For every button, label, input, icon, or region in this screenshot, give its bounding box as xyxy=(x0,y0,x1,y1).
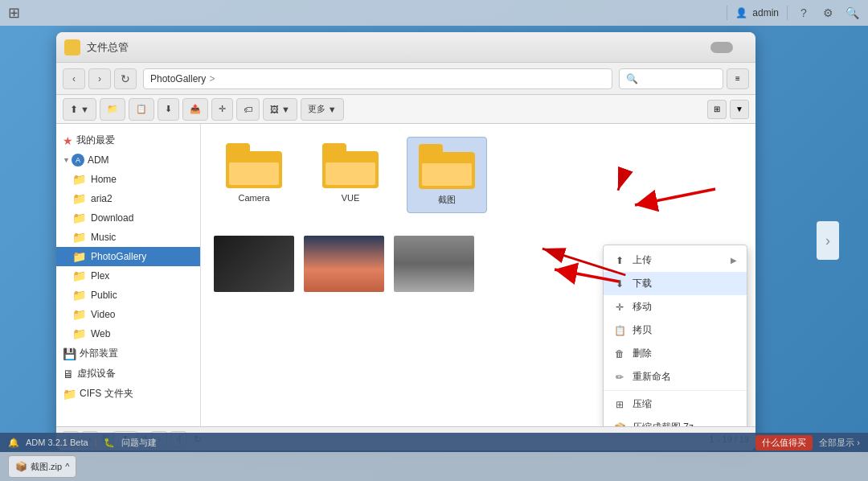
topbar-right: 👤 admin ? ⚙ 🔍 xyxy=(727,5,860,21)
copy-icon: 📋 xyxy=(613,324,626,337)
folder-inner xyxy=(422,163,472,186)
image-button[interactable]: 🖼 ▼ xyxy=(263,98,297,121)
back-button[interactable]: ‹ xyxy=(63,68,85,89)
adm-label: ADM xyxy=(88,154,109,166)
scroll-right-button[interactable]: › xyxy=(817,221,839,260)
ctx-label: 压缩 xyxy=(633,397,652,411)
sidebar-cifs[interactable]: 📁 CIFS 文件夹 xyxy=(56,384,200,404)
ctx-upload[interactable]: ⬆ 上传 ▶ xyxy=(604,249,747,272)
folder-icon-large xyxy=(226,143,282,188)
sidebar-item-plex[interactable]: 📁 Plex xyxy=(56,266,200,286)
star-icon: ★ xyxy=(63,134,73,147)
folder-icon: 📁 xyxy=(72,327,86,340)
action-toolbar: ⬆ ▼ 📁 📋 ⬇ 📤 ✛ 🏷 🖼 ▼ xyxy=(56,95,755,124)
sidebar-item-public[interactable]: 📁 Public xyxy=(56,286,200,305)
adm-status-bar: 🔔 ADM 3.2.1 Beta | 🐛 问题与建 什么值得买 全部显示 › xyxy=(0,433,868,452)
folder-icon: 📁 xyxy=(72,231,86,244)
adm-arrow: ▼ xyxy=(63,156,70,164)
ctx-download[interactable]: ⬇ 下载 xyxy=(604,272,747,295)
sidebar-item-web[interactable]: 📁 Web xyxy=(56,324,200,343)
sidebar-item-photogallery[interactable]: 📁 PhotoGallery xyxy=(56,247,200,266)
folder-vue[interactable]: VUE xyxy=(310,137,391,213)
adm-version-label: ADM 3.2.1 Beta xyxy=(26,438,88,447)
folder-camera[interactable]: Camera xyxy=(214,137,294,213)
submenu-arrow: ▶ xyxy=(731,256,737,265)
folder-inner xyxy=(326,162,375,185)
user-icon: 👤 xyxy=(735,7,747,18)
sidebar-item-label: Music xyxy=(91,232,116,243)
ctx-compress[interactable]: ⊞ 压缩 xyxy=(604,393,747,416)
folder-screenshot[interactable]: 截图 xyxy=(407,137,487,213)
add-button[interactable]: ✛ xyxy=(211,98,233,121)
ctx-label: 上传 xyxy=(633,253,652,267)
download-button[interactable]: ⬇ xyxy=(158,98,179,121)
download-icon: ⬇ xyxy=(613,278,626,290)
grid-icon: ⊞ xyxy=(8,4,20,22)
nav-toolbar: ‹ › ↻ PhotoGallery > 🔍 ≡ xyxy=(56,63,755,95)
settings-icon[interactable]: ⚙ xyxy=(820,5,836,21)
toggle-button[interactable] xyxy=(710,42,733,53)
view-controls: ⊞ ▼ xyxy=(707,100,749,119)
external-label: 外部装置 xyxy=(80,347,118,360)
brand-label[interactable]: 什么值得买 xyxy=(755,435,813,450)
window-app-icon xyxy=(64,39,80,56)
sidebar-item-music[interactable]: 📁 Music xyxy=(56,228,200,247)
copy-button[interactable]: 📋 xyxy=(129,98,154,121)
taskbar-zip-item[interactable]: 📦 截图.zip ^ xyxy=(8,455,76,478)
sidebar-adm[interactable]: ▼ A ADM xyxy=(56,150,200,170)
thumbnail-nature[interactable] xyxy=(394,236,474,292)
share-button[interactable]: 📤 xyxy=(182,98,208,121)
show-all-label[interactable]: 全部显示 › xyxy=(819,437,860,449)
sidebar-item-label: Public xyxy=(91,290,117,301)
zip-icon: 📦 xyxy=(15,461,27,472)
sidebar-item-aria2[interactable]: 📁 aria2 xyxy=(56,189,200,208)
download-icon: ⬇ xyxy=(165,104,172,114)
filter-button[interactable]: ≡ xyxy=(727,68,749,89)
image-dropdown-icon: ▼ xyxy=(281,105,290,114)
folder-icon: 📁 xyxy=(72,289,86,302)
virtual-icon: 🖥 xyxy=(63,368,74,380)
adm-separator: | xyxy=(95,438,97,447)
sidebar-virtual[interactable]: 🖥 虚拟设备 xyxy=(56,364,200,384)
grid-view-button[interactable]: ⊞ xyxy=(707,100,727,119)
new-folder-button[interactable]: 📁 xyxy=(100,98,125,121)
thumbnail-sunset[interactable] xyxy=(304,236,384,292)
rename-icon: ✏ xyxy=(613,371,626,384)
window-title: 文件总管 xyxy=(87,40,704,55)
more-button[interactable]: 更多 ▼ xyxy=(301,98,344,121)
folder-body xyxy=(322,151,379,188)
sidebar-item-video[interactable]: 📁 Video xyxy=(56,305,200,324)
help-icon[interactable]: ? xyxy=(796,5,812,21)
ctx-copy[interactable]: 📋 拷贝 xyxy=(604,319,747,342)
admin-section: 👤 admin xyxy=(735,7,779,18)
image-icon: 🖼 xyxy=(270,105,279,114)
sidebar-external[interactable]: 💾 外部装置 xyxy=(56,343,200,364)
search-icon[interactable]: 🔍 xyxy=(844,5,860,21)
external-icon: 💾 xyxy=(63,347,76,360)
taskbar: 📦 截图.zip ^ xyxy=(0,452,868,481)
tag-button[interactable]: 🏷 xyxy=(236,98,260,121)
adm-icon: A xyxy=(72,154,84,166)
ctx-compress-7z[interactable]: 📦 压缩成截图.7z xyxy=(604,416,747,426)
view-dropdown-button[interactable]: ▼ xyxy=(730,100,749,119)
folder-icon: 📁 xyxy=(72,173,86,186)
sidebar-favorites[interactable]: ★ 我的最爱 xyxy=(56,130,200,150)
divider xyxy=(604,390,747,391)
compress-icon: ⊞ xyxy=(613,398,626,411)
move-icon: ✛ xyxy=(613,301,626,314)
refresh-button[interactable]: ↻ xyxy=(114,68,137,89)
forward-button[interactable]: › xyxy=(88,68,111,89)
sidebar-item-download[interactable]: 📁 Download xyxy=(56,208,200,228)
ctx-move[interactable]: ✛ 移动 xyxy=(604,295,747,319)
sidebar-item-home[interactable]: 📁 Home xyxy=(56,170,200,189)
ctx-delete[interactable]: 🗑 删除 xyxy=(604,342,747,365)
search-bar[interactable]: 🔍 xyxy=(619,68,723,89)
favorites-label: 我的最爱 xyxy=(76,134,115,147)
cifs-icon: 📁 xyxy=(63,388,76,401)
sidebar-item-label: PhotoGallery xyxy=(91,251,146,262)
ctx-label: 压缩成截图.7z xyxy=(633,421,694,426)
ctx-rename[interactable]: ✏ 重新命名 xyxy=(604,365,747,388)
folder-name: 截图 xyxy=(438,194,456,206)
upload-button[interactable]: ⬆ ▼ xyxy=(63,98,96,121)
thumbnail-dark[interactable] xyxy=(214,236,294,292)
